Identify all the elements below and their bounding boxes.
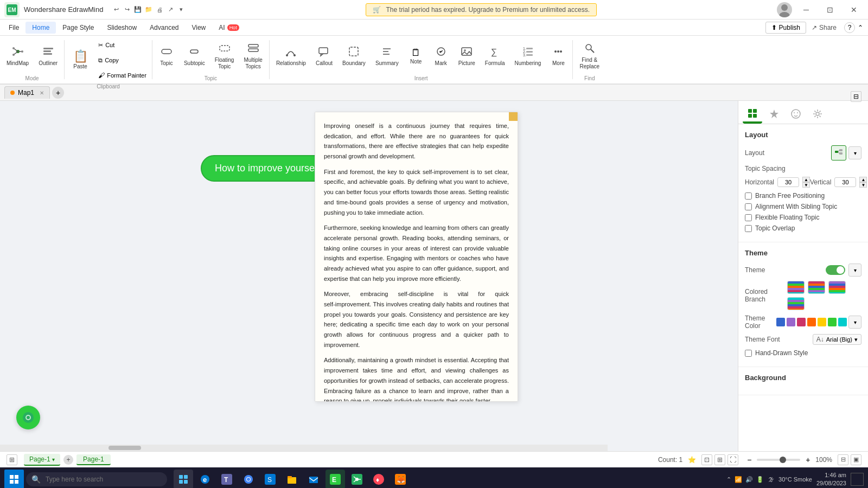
panel-toggle-btn[interactable]: ⊟ xyxy=(851,91,861,102)
taskbar-app-skype[interactable]: S xyxy=(260,470,280,488)
taskbar-app-game[interactable]: ♦ xyxy=(369,470,388,488)
tab-map1[interactable]: Map1 ✕ xyxy=(4,86,50,99)
ribbon-note[interactable]: 🗒 Note xyxy=(404,46,428,67)
ribbon-format-painter[interactable]: 🖌 Format Painter xyxy=(95,68,150,82)
ribbon-mindmap[interactable]: MindMap xyxy=(2,43,33,69)
ribbon-relationship[interactable]: Relationship xyxy=(272,43,310,69)
vertical-input[interactable] xyxy=(834,177,856,187)
menu-home[interactable]: Home xyxy=(25,22,56,34)
panel-tab-face[interactable] xyxy=(786,104,806,124)
vertical-up[interactable]: ▲ xyxy=(859,177,867,182)
zoom-out-btn[interactable]: − xyxy=(744,454,755,465)
ribbon-mark[interactable]: Mark xyxy=(429,43,453,69)
branch-free-checkbox[interactable] xyxy=(745,192,752,200)
color-teal[interactable] xyxy=(838,318,847,326)
redo-btn[interactable]: ↪ xyxy=(123,5,131,14)
horizontal-down[interactable]: ▼ xyxy=(802,182,810,188)
color-yellow[interactable] xyxy=(818,318,826,326)
panel-tab-settings[interactable] xyxy=(808,104,827,124)
ribbon-outliner[interactable]: Outliner xyxy=(34,43,62,69)
canvas-area[interactable]: How to improve yourself quickly? Improvi… xyxy=(0,101,738,451)
layout-grid-btn[interactable] xyxy=(831,145,846,160)
ribbon-more[interactable]: More xyxy=(546,43,570,69)
page-tab-dropdown[interactable]: ▾ xyxy=(52,457,55,463)
undo-btn[interactable]: ↩ xyxy=(112,5,120,14)
ribbon-numbering[interactable]: 1.2.3. Numbering xyxy=(510,43,545,69)
menu-advanced[interactable]: Advanced xyxy=(143,22,185,34)
taskbar-time[interactable]: 1:46 am 29/08/2023 xyxy=(816,471,846,488)
taskbar-app-fox[interactable]: 🦊 xyxy=(391,470,410,488)
ribbon-summary[interactable]: Summary xyxy=(371,43,403,69)
save-btn[interactable]: 💾 xyxy=(133,5,142,14)
add-page-button[interactable]: + xyxy=(63,455,73,465)
ribbon-paste[interactable]: 📋 Paste xyxy=(67,48,94,72)
color-orange[interactable] xyxy=(807,318,816,326)
menu-file[interactable]: File xyxy=(2,22,25,34)
panel-tab-layout[interactable] xyxy=(743,104,762,124)
taskbar-app-mindmap[interactable] xyxy=(347,470,367,488)
system-tray-expand[interactable]: ⌃ xyxy=(726,476,731,483)
theme-toggle[interactable] xyxy=(826,265,845,275)
start-button[interactable] xyxy=(4,470,24,488)
taskbar-app-mail[interactable] xyxy=(304,470,323,488)
horizontal-scrollbar[interactable] xyxy=(0,445,608,451)
menu-pagestyle[interactable]: Page Style xyxy=(56,22,100,34)
panel-corner-btn[interactable] xyxy=(509,112,518,121)
menu-expand-button[interactable]: ⌃ xyxy=(855,22,866,33)
theme-toggle-dropdown[interactable]: ▾ xyxy=(848,264,861,277)
battery-icon[interactable]: 🔋 xyxy=(756,476,764,483)
color-purple[interactable] xyxy=(787,318,795,326)
volume-icon[interactable]: 🔊 xyxy=(745,476,753,483)
ribbon-floating-topic[interactable]: FloatingTopic xyxy=(210,40,239,72)
zoom-handle[interactable] xyxy=(780,457,786,463)
hand-drawn-checkbox[interactable] xyxy=(745,350,752,357)
cb-btn-2[interactable] xyxy=(808,281,825,294)
show-desktop-btn[interactable] xyxy=(851,473,864,486)
publish-button[interactable]: ⬆ Publish xyxy=(765,22,806,34)
window-panel-btn[interactable]: ▣ xyxy=(851,454,861,465)
folder-btn[interactable]: 📁 xyxy=(144,5,153,14)
user-avatar[interactable] xyxy=(777,2,792,17)
export-btn[interactable]: ↗ xyxy=(166,5,175,14)
menu-view[interactable]: View xyxy=(185,22,212,34)
cb-btn-4[interactable] xyxy=(787,297,805,310)
add-tab-button[interactable]: + xyxy=(52,87,64,99)
color-pink[interactable] xyxy=(797,318,806,326)
ribbon-formula[interactable]: ∑ Formula xyxy=(481,43,509,69)
taskbar-app-edraw[interactable]: E xyxy=(326,470,345,488)
theme-color-dropdown[interactable]: ▾ xyxy=(848,316,861,329)
horizontal-input[interactable] xyxy=(777,177,799,187)
ribbon-boundary[interactable]: Boundary xyxy=(338,43,370,69)
cb-btn-1[interactable] xyxy=(787,281,805,294)
horizontal-up[interactable]: ▲ xyxy=(802,177,810,182)
ribbon-cut[interactable]: ✂ Cut xyxy=(95,38,150,52)
ribbon-picture[interactable]: Picture xyxy=(454,43,480,69)
fullscreen-btn[interactable]: ⛶ xyxy=(727,454,738,465)
topic-overlap-checkbox[interactable] xyxy=(745,225,752,232)
layout-dropdown-btn[interactable]: ▾ xyxy=(848,146,861,159)
window-split-btn[interactable]: ⊟ xyxy=(838,454,848,465)
taskbar-app-explorer[interactable] xyxy=(282,470,302,488)
ribbon-topic[interactable]: Topic xyxy=(155,43,178,69)
text-document-panel[interactable]: Improving oneself is a continuous journe… xyxy=(315,112,518,402)
ribbon-multiple-topics[interactable]: MultipleTopics xyxy=(239,40,266,72)
color-green[interactable] xyxy=(828,318,837,326)
vertical-down[interactable]: ▼ xyxy=(859,182,867,188)
flexible-floating-checkbox[interactable] xyxy=(745,214,752,221)
cb-btn-3[interactable] xyxy=(828,281,846,294)
taskbar-search-input[interactable] xyxy=(26,472,167,486)
zoom-in-btn[interactable]: + xyxy=(802,454,813,465)
taskbar-app-chrome[interactable] xyxy=(239,470,258,488)
zoom-slider[interactable] xyxy=(757,459,800,461)
ribbon-callout[interactable]: Callout xyxy=(311,43,337,69)
network-icon[interactable]: 📶 xyxy=(735,476,742,483)
taskbar-app-view[interactable] xyxy=(174,470,193,488)
minimize-btn[interactable]: ─ xyxy=(796,2,816,17)
more-btn[interactable]: ▾ xyxy=(177,5,186,14)
menu-ai[interactable]: AI Hot xyxy=(212,22,245,34)
share-button[interactable]: ↗ Share xyxy=(806,22,842,33)
quick-action-btn[interactable] xyxy=(16,406,40,429)
restore-btn[interactable]: ⊡ xyxy=(820,2,840,17)
help-button[interactable]: ? xyxy=(844,22,855,33)
theme-font-select[interactable]: A↓ Arial (Big) ▾ xyxy=(813,334,861,345)
